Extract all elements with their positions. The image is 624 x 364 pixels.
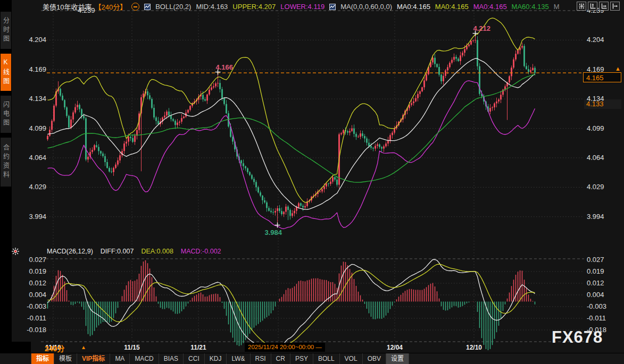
toolbar-tab-MA[interactable]: MA [110,353,130,364]
macd-y-label-right: 0.012 [587,279,604,287]
macd-y-label-right: -0.011 [587,314,606,323]
boll-indicator-icon[interactable] [144,4,151,10]
sidebar-tab-candle-chart[interactable]: K线图 [1,54,11,91]
ma0-magenta-value: MA0:4.165 [473,3,507,11]
timeframe-dropdown-icon[interactable]: ▲ [81,344,86,350]
y-axis-label-right: 4.169 [587,65,604,74]
latest-price-arrow-icon[interactable]: ▲ [615,65,621,72]
timeframe-label[interactable]: 240分 [45,343,64,353]
y-axis-label-right: 3.994 [587,213,604,221]
y-axis-label-left: 4.099 [24,124,46,133]
y-axis-label-right: 4.029 [587,183,604,191]
y-axis-label-right: 4.064 [587,154,604,162]
macd-y-label-right: -0.003 [587,302,606,311]
macd-title: MACD(26,12,9) [47,248,93,255]
toolbar-tab-CCI[interactable]: CCI [184,353,205,364]
toolbar-tab-PSY[interactable]: PSY [290,353,313,364]
y-axis-label-right: 4.204 [587,36,604,44]
toolbar-tab-KDJ[interactable]: KDJ [205,353,227,364]
toolbar-tab-VIP指标[interactable]: VIP指标 [77,353,110,364]
toolbar-tab-BOLL[interactable]: BOLL [313,353,340,364]
ma-suffix: M [554,3,560,11]
y-axis-label-left: 4.169 [24,65,46,74]
macd-y-label-left: -0.011 [24,314,46,323]
macd-y-label-left: 0.019 [24,267,46,276]
toolbar-tab-CR[interactable]: CR [271,353,290,364]
sidebar-tab-contract-info[interactable]: 合约资料 [1,138,11,187]
x-axis-date-label: 11/15 [124,344,139,351]
macd-y-label-left: 0.004 [24,291,46,299]
toolbar-tab-指标[interactable]: 指标 [31,353,54,364]
y-axis-label-left: 4.204 [24,36,46,44]
y-axis-label-right: 4.099 [587,124,604,133]
macd-y-label-right: 0.019 [587,267,604,276]
toolbar-tab-设置[interactable]: 设置 [386,353,409,364]
boll-label: BOLL(20,2) [155,3,191,11]
ma60-value: MA60:4.135 [512,3,549,11]
watermark: FX678 [552,328,603,347]
y-axis-label-right: 4.134 [587,95,604,103]
x-axis-scale-icon[interactable] [599,2,609,11]
macd-y-label-right: 0.004 [587,291,604,299]
y-axis-scale-icon[interactable] [588,2,597,11]
toolbar-tab-OBV[interactable]: OBV [363,353,386,364]
jump-to-latest-icon[interactable] [610,2,620,11]
sidebar: 分时图 K线图 闪电图 合约资料 [0,0,12,342]
chart-canvas[interactable] [0,0,624,364]
toolbar-tab-MACD[interactable]: MACD [130,353,159,364]
boll-upper-value: UPPER:4.207 [232,3,276,11]
collapse-icon[interactable] [131,3,139,11]
indicator-settings-icon[interactable] [12,248,19,257]
boll-lower-value: LOWER:4.119 [280,3,325,11]
symbol-title: 美债10年收益率 [43,2,91,12]
macd-header: MACD(26,12,9) DIFF:0.007 DEA:0.008 MACD:… [47,248,221,255]
chart-window: 美债10年收益率 【240分】 BOLL(20,2) MID:4.163 UPP… [0,0,624,364]
x-axis-date-label: 12/04 [387,344,403,351]
ma0-white-value: MA0:4.165 [397,3,430,11]
toolbar-tab-RSI[interactable]: RSI [251,353,271,364]
price-annotation: 3.984 [265,228,282,236]
toolbar-tab-LW&[interactable]: LW& [227,353,250,364]
price-annotation: 4.212 [473,24,491,32]
toolbar-tab-VOL[interactable]: VOL [340,353,363,364]
pan-icon[interactable] [577,2,586,11]
price-annotation: 4.166 [216,63,234,71]
crosshair-date-readout: 2025/11/24 20:00~00:00 — [245,343,325,352]
macd-dea-value: DEA:0.008 [141,248,173,255]
ma-label: MA(0,0,0,60,0,0) [340,3,392,11]
sidebar-tab-time-chart[interactable]: 分时图 [1,12,11,49]
x-axis-date-label: 11/21 [190,344,206,351]
macd-y-label-left: -0.018 [24,326,46,334]
macd-y-label-right: 0.027 [587,256,604,264]
chart-header: 美债10年收益率 【240分】 BOLL(20,2) MID:4.163 UPP… [43,2,560,12]
macd-y-label-left: 0.027 [24,256,46,264]
toolbar-tab-BIAS[interactable]: BIAS [159,353,184,364]
y-axis-label-left: 4.134 [24,95,46,103]
x-axis-date-label: 12/10 [466,344,482,351]
y-axis-label-left: 4.029 [24,183,46,191]
macd-diff-value: DIFF:0.007 [101,248,134,255]
window-controls [577,2,620,11]
toolbar-tab-模板[interactable]: 模板 [54,353,77,364]
ma0-yellow-value: MA0:4.165 [435,3,469,11]
macd-y-label-left: 0.012 [24,279,46,287]
y-axis-label-left: 4.064 [24,154,46,162]
macd-macd-value: MACD:-0.002 [181,248,221,255]
boll-mid-value: MID:4.163 [196,3,228,11]
indicator-toolbar: 指标模板VIP指标MAMACDBIASCCIKDJLW&RSICRPSYBOLL… [0,353,624,364]
last-price-tag: 4.165 [583,72,621,82]
period-tag: 【240分】 [94,2,127,12]
ma-indicator-icon[interactable] [329,4,336,10]
y-axis-label-left: 3.994 [24,213,46,221]
sidebar-tab-flash-chart[interactable]: 闪电图 [1,96,11,133]
macd-y-label-left: -0.003 [24,302,46,311]
